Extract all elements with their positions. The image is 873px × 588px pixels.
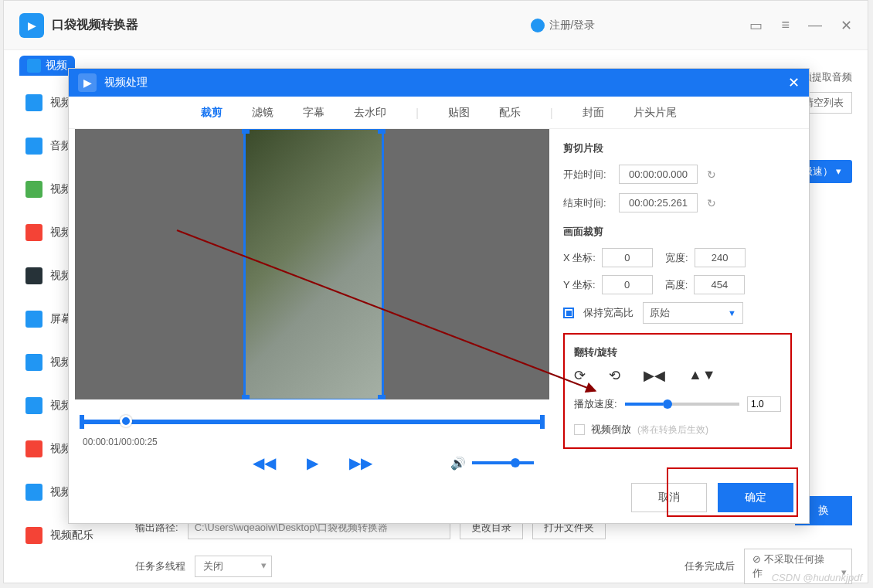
cancel-button[interactable]: 取消 [631,483,707,512]
height-input[interactable] [694,275,745,294]
timeline-start-handle[interactable] [80,415,84,429]
volume-control[interactable]: 🔊 [450,456,534,471]
tab-cover[interactable]: 封面 [581,103,606,123]
reset-icon[interactable]: ↻ [707,197,716,209]
end-time-input[interactable] [619,193,698,212]
play-icon[interactable]: ▶ [307,454,318,472]
tab-filter[interactable]: 滤镜 [250,103,275,123]
timeline[interactable] [75,413,549,429]
end-time-label: 结束时间: [563,196,610,210]
main-tab-video[interactable]: 视频 [19,56,75,76]
crop-section-title: 画面裁剪 [563,222,792,239]
video-icon [27,59,41,73]
x-label: X 坐标: [563,251,596,265]
video-preview[interactable] [75,129,549,399]
timeline-bar [83,420,542,424]
height-label: 高度: [665,278,688,292]
width-label: 宽度: [665,251,688,265]
speed-label: 播放速度: [574,397,617,411]
flip-horizontal-icon[interactable]: ▶◀ [644,367,665,384]
sidebar-icon [25,397,42,414]
after-label: 任务完成后 [684,559,735,573]
sidebar-icon [25,311,42,328]
reverse-hint: (将在转换后生效) [637,423,708,437]
speed-slider[interactable] [625,403,739,406]
thread-label: 任务多线程 [135,559,185,573]
speed-value-input[interactable] [747,396,781,412]
x-input[interactable] [602,248,653,267]
tab-titles[interactable]: 片头片尾 [632,103,678,123]
volume-slider[interactable] [472,461,534,464]
modal-tabs: 裁剪 滤镜 字幕 去水印| 贴图 配乐| 封面 片头片尾 [69,97,809,129]
clip-section-title: 剪切片段 [563,138,792,155]
modal-title: 视频处理 [104,76,148,90]
tab-subtitle[interactable]: 字幕 [301,103,326,123]
tab-sticker[interactable]: 贴图 [447,103,471,123]
next-icon[interactable]: ▶▶ [349,454,372,472]
sidebar-icon [25,94,42,111]
settings-panel: 剪切片段 开始时间: ↻ 结束时间: ↻ 画面裁剪 X 坐标: 宽度: Y 坐标… [555,129,809,469]
user-label: 注册/登录 [549,19,596,32]
timeline-thumb[interactable] [120,415,132,427]
tab-crop[interactable]: 裁剪 [199,103,224,123]
crop-handle[interactable] [242,129,250,134]
modal-body: 00:00:01/00:00:25 ◀◀ ▶ ▶▶ 🔊 剪切片段 开始时间: ↻… [69,129,809,469]
reverse-label: 视频倒放 [591,423,631,437]
sidebar-icon [25,484,42,501]
thread-select[interactable]: 关闭 [195,556,272,577]
sidebar-icon [25,354,42,371]
start-time-input[interactable] [619,165,698,184]
crop-handle[interactable] [242,395,250,399]
keep-ratio-label: 保持宽高比 [583,306,634,320]
app-title: 口袋视频转换器 [52,17,531,33]
user-login[interactable]: 注册/登录 [531,19,596,32]
sidebar-icon [25,440,42,457]
y-label: Y 坐标: [563,278,596,292]
rotate-section-highlight: 翻转/旋转 ⟳ ⟲ ▶◀ ▲▼ 播放速度: 视频倒放 (将在转换后生效) [563,333,792,449]
tab-music[interactable]: 配乐 [498,103,522,123]
play-controls: ◀◀ ▶ ▶▶ 🔊 [75,454,549,472]
start-time-label: 开始时间: [563,168,610,182]
tab-watermark[interactable]: 去水印 [352,103,388,123]
close-icon[interactable]: ✕ [841,17,852,34]
flip-vertical-icon[interactable]: ▲▼ [688,367,716,384]
crop-handle[interactable] [378,129,386,134]
y-input[interactable] [602,275,653,294]
watermark: CSDN @hudunkjpdf [772,572,862,583]
window-controls: ▭ ≡ — ✕ [749,17,852,34]
menu-icon[interactable]: ≡ [781,17,790,34]
reset-icon[interactable]: ↻ [707,168,716,181]
time-display: 00:00:01/00:00:25 [75,437,549,447]
speaker-icon[interactable]: 🔊 [450,456,466,471]
preview-panel: 00:00:01/00:00:25 ◀◀ ▶ ▶▶ 🔊 [69,129,555,469]
sidebar-icon [25,138,42,155]
rotate-section-title: 翻转/旋转 [574,342,781,359]
bottom-bar: 输出路径: C:\Users\wqeaoiw\Desktop\口袋视频转换器 更… [135,516,852,575]
sidebar-icon [25,224,42,241]
rotate-cw-icon[interactable]: ⟳ [574,367,586,384]
modal-icon: ▶ [78,73,97,92]
timeline-end-handle[interactable] [540,415,545,429]
modal-footer: 取消 确定 [631,483,793,512]
rotate-ccw-icon[interactable]: ⟲ [609,367,620,384]
rotate-icons: ⟳ ⟲ ▶◀ ▲▼ [574,367,781,384]
minimize-icon[interactable]: — [808,17,822,34]
titlebar: ▶ 口袋视频转换器 注册/登录 ▭ ≡ — ✕ [4,1,868,50]
app-logo-icon: ▶ [19,13,44,38]
folder-icon[interactable]: ▭ [749,17,763,34]
video-edit-modal: ▶ 视频处理 ✕ 裁剪 滤镜 字幕 去水印| 贴图 配乐| 封面 片头片尾 [68,68,810,524]
reverse-checkbox[interactable] [574,424,585,435]
prev-icon[interactable]: ◀◀ [253,454,276,472]
modal-close-icon[interactable]: ✕ [788,74,800,91]
sidebar-icon [25,267,42,284]
sidebar-icon [25,181,42,198]
width-input[interactable] [695,248,746,267]
keep-ratio-checkbox[interactable] [563,308,574,318]
sidebar-icon [25,527,42,544]
ratio-select[interactable]: 原始▼ [643,302,743,324]
user-icon [531,19,545,32]
modal-header: ▶ 视频处理 ✕ [69,69,809,97]
ok-button[interactable]: 确定 [718,483,793,512]
crop-handle[interactable] [378,395,386,399]
